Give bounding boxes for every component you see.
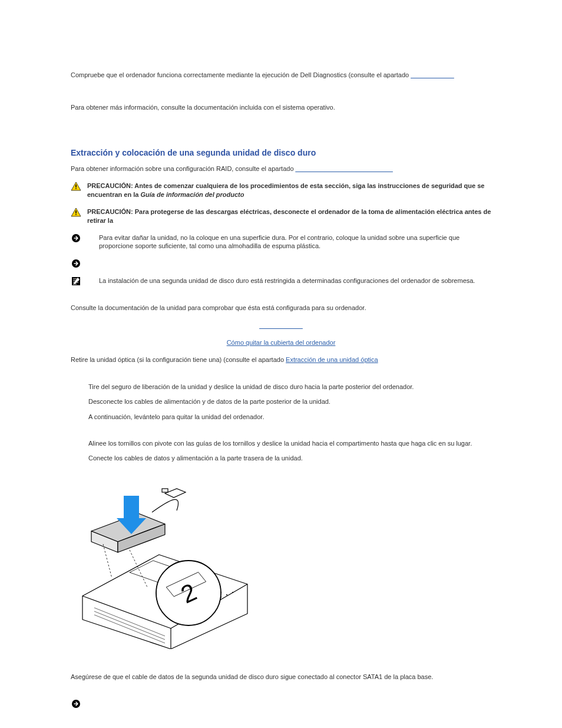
step-optical: Retire la unidad óptica (si la configura… — [71, 355, 491, 364]
step-10: Asegúrese de que el cable de datos de la… — [71, 673, 491, 681]
paragraph-raid: Para obtener información sobre una confi… — [71, 164, 491, 173]
svg-rect-25 — [162, 489, 168, 492]
caution-label: PRECAUCIÓN: — [87, 208, 135, 215]
figure-second-hdd: 2 — [71, 478, 491, 649]
note-body: La instalación de una segunda unidad de … — [87, 276, 491, 285]
link-raid[interactable]: ___________________________ — [296, 165, 393, 172]
notice-icon — [71, 699, 81, 709]
warning-icon — [71, 182, 81, 191]
callout-notice-3 — [71, 699, 491, 709]
step-1: Consulte la documentación de la unidad p… — [71, 304, 491, 312]
step-link-2: Cómo quitar la cubierta del ordenador — [71, 338, 491, 347]
link-cover[interactable]: Cómo quitar la cubierta del ordenador — [227, 339, 336, 346]
svg-rect-5 — [75, 214, 77, 215]
callout-caution-1: PRECAUCIÓN: Antes de comenzar cualquiera… — [71, 182, 491, 199]
step-9: Conecte los cables de datos y alimentaci… — [88, 454, 491, 463]
svg-rect-4 — [75, 210, 77, 213]
caution-text: Para protegerse de las descargas eléctri… — [87, 208, 491, 224]
paragraph-more-info: Para obtener más información, consulte l… — [71, 103, 491, 112]
text: Compruebe que el ordenador funciona corr… — [71, 71, 411, 78]
step-link-1: ____________ — [71, 321, 491, 330]
svg-rect-2 — [75, 188, 77, 189]
step-8: Alinee los tornillos con pivote con las … — [88, 439, 491, 448]
callout-notice-1: Para evitar dañar la unidad, no la coloq… — [71, 233, 491, 251]
caution-label: PRECAUCIÓN: — [87, 182, 134, 189]
section-heading: Extracción y colocación de una segunda u… — [71, 148, 491, 157]
link[interactable]: ____________ — [259, 322, 302, 329]
text: Retire la unidad óptica (si la configura… — [71, 356, 286, 363]
callout-notice-2 — [71, 259, 491, 268]
step-5: Tire del seguro de liberación de la unid… — [88, 383, 491, 391]
document-page: Compruebe que el ordenador funciona corr… — [0, 0, 562, 728]
paragraph-dell-diag: Compruebe que el ordenador funciona corr… — [71, 71, 491, 80]
step-7: A continuación, levántelo para quitar la… — [88, 413, 491, 421]
text: Para obtener información sobre una confi… — [71, 165, 296, 172]
notice-body: Para evitar dañar la unidad, no la coloq… — [87, 233, 491, 251]
caution-body: PRECAUCIÓN: Antes de comenzar cualquiera… — [87, 182, 491, 199]
guide-title: Guía de información del producto — [140, 191, 244, 198]
step-6: Desconecte los cables de alimentación y … — [88, 397, 491, 406]
notice-icon — [71, 259, 81, 268]
link-optical[interactable]: Extracción de una unidad óptica — [286, 356, 378, 363]
note-icon — [71, 276, 81, 286]
svg-rect-1 — [75, 185, 77, 187]
link-dell-diag[interactable]: ____________ — [411, 71, 454, 78]
notice-icon — [71, 233, 81, 243]
callout-caution-2: PRECAUCIÓN: Para protegerse de las desca… — [71, 207, 491, 225]
caution-body: PRECAUCIÓN: Para protegerse de las desca… — [87, 207, 491, 225]
callout-note-1: La instalación de una segunda unidad de … — [71, 276, 491, 286]
svg-rect-23 — [124, 496, 139, 518]
warning-icon — [71, 207, 81, 217]
svg-point-19 — [226, 594, 227, 595]
svg-point-20 — [232, 592, 233, 593]
